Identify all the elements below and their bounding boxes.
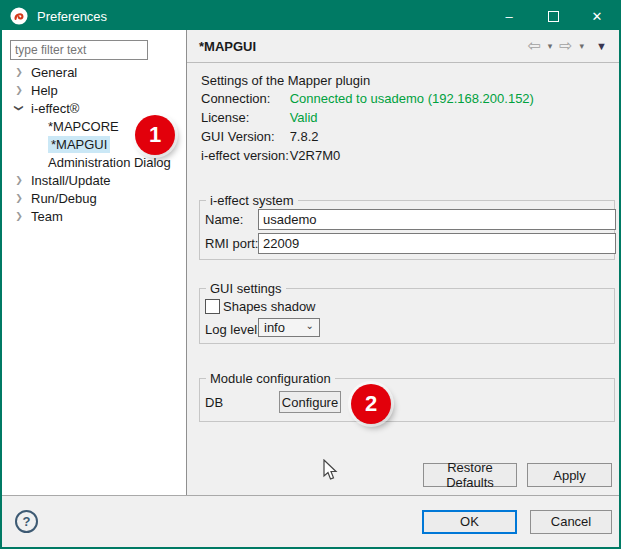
group-legend: i-effect system bbox=[206, 193, 298, 208]
ieffect-version-label: i-effect version: bbox=[201, 148, 286, 163]
gui-version-label: GUI Version: bbox=[201, 129, 286, 144]
rmi-port-label: RMI port: bbox=[205, 236, 258, 251]
preferences-sidebar: ❯ General ❯ Help ❯ i-effect® *MAPCORE *M… bbox=[2, 30, 187, 495]
title-bar[interactable]: Preferences – ✕ bbox=[2, 2, 619, 30]
combo-chevron-icon: ⌄ bbox=[306, 321, 314, 331]
close-icon: ✕ bbox=[592, 9, 603, 24]
connection-status: Connected to usademo (192.168.200.152) bbox=[290, 91, 534, 106]
tree-item-label-selected: *MAPGUI bbox=[48, 136, 110, 153]
minimize-icon: – bbox=[505, 9, 512, 24]
connection-label: Connection: bbox=[201, 91, 286, 106]
tree-item-install-update[interactable]: ❯ Install/Update bbox=[2, 171, 186, 189]
log-level-select[interactable]: info ⌄ bbox=[258, 318, 320, 337]
tree-item-label: i-effect® bbox=[31, 101, 79, 116]
forward-history-dropdown-icon[interactable]: ▾ bbox=[580, 42, 585, 51]
ieffect-version-row: i-effect version: V2R7M0 bbox=[201, 148, 340, 164]
group-legend: Module configuration bbox=[206, 371, 335, 386]
mouse-cursor bbox=[323, 459, 339, 481]
filter-input[interactable] bbox=[10, 40, 148, 60]
settings-panel: *MAPGUI ⇦ ▾ ⇨ ▾ ▼ Settings of the Mapper… bbox=[187, 30, 619, 495]
shapes-shadow-label: Shapes shadow bbox=[223, 299, 316, 314]
page-title: *MAPGUI bbox=[199, 39, 256, 54]
chevron-right-icon[interactable]: ❯ bbox=[14, 85, 24, 95]
view-menu-icon[interactable]: ▼ bbox=[596, 41, 607, 52]
gui-settings-group: GUI settings Shapes shadow Log level: in… bbox=[199, 288, 615, 344]
panel-header: *MAPGUI ⇦ ▾ ⇨ ▾ ▼ bbox=[187, 30, 619, 63]
license-row: License: Valid bbox=[201, 110, 318, 126]
chevron-right-icon[interactable]: ❯ bbox=[14, 175, 24, 185]
tree-item-label: General bbox=[31, 65, 77, 80]
plugin-description: Settings of the Mapper plugin bbox=[201, 73, 370, 88]
gui-version-value: 7.8.2 bbox=[290, 129, 319, 144]
dialog-button-bar: ? OK Cancel bbox=[2, 495, 619, 547]
tree-item-team[interactable]: ❯ Team bbox=[2, 207, 186, 225]
log-level-value: info bbox=[264, 320, 285, 335]
tree-item-label: *MAPCORE bbox=[48, 119, 119, 134]
tree-item-general[interactable]: ❯ General bbox=[2, 63, 186, 81]
tree-item-label: Help bbox=[31, 83, 58, 98]
tree-item-label: Install/Update bbox=[31, 173, 111, 188]
connection-row: Connection: Connected to usademo (192.16… bbox=[201, 91, 534, 107]
app-logo-icon bbox=[10, 7, 28, 25]
ok-button[interactable]: OK bbox=[422, 510, 517, 534]
chevron-right-icon[interactable]: ❯ bbox=[14, 67, 24, 77]
preferences-dialog: Preferences – ✕ ❯ General ❯ Help ❯ i-eff… bbox=[0, 0, 621, 549]
shapes-shadow-checkbox[interactable] bbox=[205, 299, 220, 314]
forward-arrow-icon[interactable]: ⇨ bbox=[559, 38, 572, 54]
back-arrow-icon[interactable]: ⇦ bbox=[527, 38, 540, 54]
annotation-badge-1: 1 bbox=[135, 115, 175, 155]
db-label: DB bbox=[205, 395, 223, 410]
back-history-dropdown-icon[interactable]: ▾ bbox=[548, 42, 553, 51]
help-button[interactable]: ? bbox=[15, 510, 38, 533]
gui-version-row: GUI Version: 7.8.2 bbox=[201, 129, 319, 145]
name-input[interactable] bbox=[258, 209, 616, 230]
license-label: License: bbox=[201, 110, 286, 125]
group-legend: GUI settings bbox=[206, 281, 286, 296]
name-label: Name: bbox=[205, 212, 243, 227]
ieffect-system-group: i-effect system Name: RMI port: bbox=[199, 200, 615, 260]
configure-button[interactable]: Configure bbox=[279, 391, 341, 413]
tree-item-help[interactable]: ❯ Help bbox=[2, 81, 186, 99]
tree-item-label: Team bbox=[31, 209, 63, 224]
maximize-button[interactable] bbox=[531, 2, 575, 30]
cancel-button[interactable]: Cancel bbox=[530, 510, 612, 534]
close-button[interactable]: ✕ bbox=[575, 2, 619, 30]
tree-item-run-debug[interactable]: ❯ Run/Debug bbox=[2, 189, 186, 207]
minimize-button[interactable]: – bbox=[487, 2, 531, 30]
tree-item-label: Run/Debug bbox=[31, 191, 97, 206]
restore-defaults-button[interactable]: Restore Defaults bbox=[423, 463, 517, 487]
log-level-label: Log level: bbox=[205, 322, 261, 337]
annotation-badge-2: 2 bbox=[351, 384, 391, 424]
apply-button[interactable]: Apply bbox=[527, 463, 612, 487]
chevron-right-icon[interactable]: ❯ bbox=[14, 211, 24, 221]
chevron-down-icon[interactable]: ❯ bbox=[14, 103, 24, 113]
rmi-port-input[interactable] bbox=[258, 233, 616, 254]
license-status: Valid bbox=[290, 110, 318, 125]
maximize-icon bbox=[548, 11, 559, 22]
chevron-right-icon[interactable]: ❯ bbox=[14, 193, 24, 203]
ieffect-version-value: V2R7M0 bbox=[290, 148, 341, 163]
window-title: Preferences bbox=[37, 9, 107, 24]
help-icon: ? bbox=[23, 514, 31, 529]
tree-item-label: Administration Dialog bbox=[48, 155, 171, 170]
module-configuration-group: Module configuration DB Configure bbox=[199, 378, 615, 422]
tree-item-administration-dialog[interactable]: Administration Dialog bbox=[2, 153, 186, 171]
